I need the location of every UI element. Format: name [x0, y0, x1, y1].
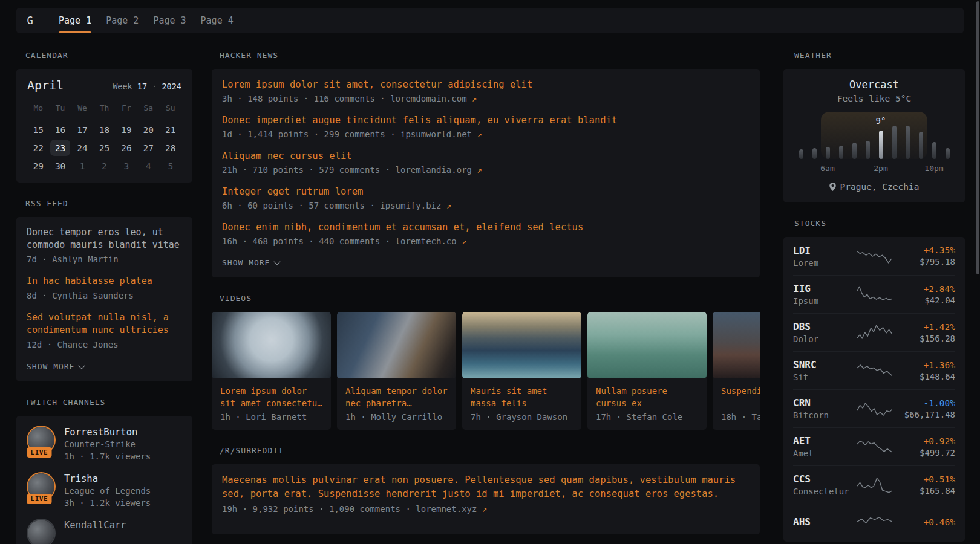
hackernews-item-meta-text: 16h · 468 points · 440 comments · loremt…	[222, 236, 457, 246]
hackernews-widget: Lorem ipsum dolor sit amet, consectetur …	[212, 69, 760, 277]
weather-section-title: WEATHER	[794, 51, 965, 60]
external-link-icon[interactable]: ↗	[482, 504, 487, 514]
weather-bar	[946, 148, 950, 159]
external-link-icon[interactable]: ↗	[462, 236, 466, 246]
video-title[interactable]: Aliquam tempor dolor nec pharetra…	[345, 385, 448, 409]
stock-price: $156.28	[897, 334, 955, 343]
stock-values: +1.36% $148.64	[897, 360, 955, 381]
rss-item-title[interactable]: In hac habitasse platea	[27, 275, 182, 288]
stock-row[interactable]: CCS Consectetur +0.51% $165.84	[793, 465, 955, 504]
stock-row[interactable]: LDI Lorem +4.35% $795.18	[793, 237, 955, 275]
subreddit-post-meta: 19h · 9,932 points · 1,090 comments · lo…	[222, 503, 750, 515]
video-card[interactable]: Suspendisse diam 18h · Tara	[713, 312, 760, 430]
calendar-widget: April Week 17 · 2024 MoTuWeThFrSaSu 1516…	[16, 69, 192, 183]
weather-bar	[812, 148, 817, 159]
rss-show-more-button[interactable]: SHOW MORE	[27, 362, 84, 371]
stock-row[interactable]: CRN Bitcorn -1.00% $66,171.48	[793, 389, 955, 427]
stock-row[interactable]: IIG Ipsum +2.84% $42.04	[793, 275, 955, 313]
avatar-wrap: LIVE	[27, 472, 56, 501]
stock-row[interactable]: SNRC Sit +1.36% $148.64	[793, 351, 955, 389]
hackernews-item-meta-text: 1d · 1,414 points · 299 comments · ipsum…	[222, 129, 472, 139]
video-card[interactable]: Aliquam tempor dolor nec pharetra… 1h · …	[337, 312, 456, 430]
calendar-year: 2024	[162, 82, 181, 91]
external-link-icon[interactable]: ↗	[477, 165, 482, 175]
video-thumbnail[interactable]	[462, 312, 581, 378]
videos-widget: Lorem ipsum dolor sit amet consectetu… 1…	[212, 312, 760, 430]
stock-sparkline	[857, 284, 892, 305]
nav-tab[interactable]: Page 4	[201, 8, 234, 33]
video-meta: 1h · Molly Carrillo	[345, 412, 448, 422]
external-link-icon[interactable]: ↗	[477, 129, 482, 139]
hackernews-item-title[interactable]: Donec imperdiet augue tincidunt felis al…	[222, 114, 750, 127]
weather-bar-slot	[821, 147, 834, 159]
twitch-channel[interactable]: LIVE ForrestBurton Counter-Strike 1h · 1…	[27, 426, 182, 462]
nav-tab[interactable]: Page 2	[106, 8, 139, 33]
twitch-channel[interactable]: LIVE KendallCarr	[27, 519, 182, 544]
video-thumbnail[interactable]	[713, 312, 760, 378]
stock-id: AHS	[793, 516, 852, 529]
video-card[interactable]: Lorem ipsum dolor sit amet consectetu… 1…	[212, 312, 331, 430]
twitch-channel[interactable]: LIVE Trisha League of Legends 3h · 1.2k …	[27, 472, 182, 509]
video-thumbnail[interactable]	[587, 312, 707, 378]
external-link-icon[interactable]: ↗	[472, 94, 477, 103]
video-title[interactable]: Suspendisse diam	[721, 385, 760, 409]
video-card-body: Aliquam tempor dolor nec pharetra… 1h · …	[337, 378, 456, 430]
stock-name: Dolor	[793, 334, 852, 344]
subreddit-section-title: /R/SUBREDDIT	[220, 446, 760, 455]
stock-name: Bitcorn	[793, 410, 852, 420]
stock-sparkline	[857, 322, 892, 343]
hackernews-item-title[interactable]: Donec enim nibh, condimentum et accumsan…	[222, 221, 750, 234]
nav-tab[interactable]: Page 1	[59, 8, 91, 33]
stock-id: AET Amet	[793, 435, 852, 458]
rss-item-title[interactable]: Sed volutpat nulla nisl, a condimentum n…	[27, 311, 182, 337]
video-card[interactable]: Nullam posuere cursus ex 17h · Stefan Co…	[587, 312, 707, 430]
avatar	[28, 520, 54, 544]
calendar-day: 26	[116, 140, 136, 156]
video-card-body: Lorem ipsum dolor sit amet consectetu… 1…	[212, 378, 331, 430]
right-column: WEATHER Overcast Feels like 5°C 9° 6am2p…	[783, 42, 965, 544]
hackernews-item-title[interactable]: Aliquam nec cursus elit	[222, 149, 750, 163]
stock-id: DBS Dolor	[793, 321, 852, 344]
video-title[interactable]: Lorem ipsum dolor sit amet consectetu…	[220, 385, 322, 409]
rss-widget: Donec tempor eros leo, ut commodo mauris…	[16, 217, 192, 381]
weather-bar	[932, 142, 936, 159]
hackernews-item-title[interactable]: Integer eget rutrum lorem	[222, 185, 750, 198]
video-thumbnail[interactable]	[337, 312, 456, 378]
app-logo[interactable]: G	[16, 8, 44, 33]
calendar-week-info: Week 17 · 2024	[113, 82, 181, 91]
calendar-day: 18	[94, 121, 114, 138]
weather-bars	[794, 113, 954, 159]
channel-name: ForrestBurton	[64, 426, 151, 438]
hackernews-item-title[interactable]: Lorem ipsum dolor sit amet, consectetur …	[222, 78, 750, 91]
stock-values: -1.00% $66,171.48	[897, 398, 955, 419]
subreddit-post-title[interactable]: Maecenas mollis pulvinar erat non posuer…	[222, 473, 750, 501]
middle-column: HACKER NEWS Lorem ipsum dolor sit amet, …	[212, 42, 760, 544]
scrollbar[interactable]	[976, 1, 979, 274]
calendar-day: 4	[139, 158, 158, 174]
stock-name: Amet	[793, 448, 852, 458]
stock-row[interactable]: DBS Dolor +1.42% $156.28	[793, 313, 955, 351]
rss-item-title[interactable]: Donec tempor eros leo, ut commodo mauris…	[27, 226, 182, 251]
avatar-wrap: LIVE	[27, 426, 56, 455]
weather-widget: Overcast Feels like 5°C 9° 6am2pm10pm	[783, 69, 965, 202]
calendar-separator: ·	[152, 82, 157, 91]
calendar-day: 30	[50, 158, 70, 174]
hackernews-show-more-button[interactable]: SHOW MORE	[222, 258, 279, 267]
stock-name: Consectetur	[793, 487, 852, 496]
stock-row[interactable]: AHS +0.46%	[793, 504, 955, 542]
external-link-icon[interactable]: ↗	[446, 201, 451, 210]
video-title[interactable]: Nullam posuere cursus ex	[596, 385, 698, 409]
video-title[interactable]: Mauris sit amet massa felis	[471, 385, 573, 409]
hackernews-item: Donec enim nibh, condimentum et accumsan…	[222, 221, 750, 247]
calendar-day: 20	[139, 121, 158, 138]
stock-symbol: SNRC	[793, 359, 852, 371]
hackernews-item: Lorem ipsum dolor sit amet, consectetur …	[222, 78, 750, 105]
nav-tab[interactable]: Page 3	[153, 8, 186, 33]
calendar-day-headers: MoTuWeThFrSaSu	[27, 103, 181, 112]
weather-bar	[852, 143, 857, 159]
stock-row[interactable]: AET Amet +0.92% $499.72	[793, 427, 955, 465]
subreddit-post: Maecenas mollis pulvinar erat non posuer…	[222, 473, 750, 515]
video-thumbnail[interactable]	[212, 312, 331, 378]
video-card[interactable]: Mauris sit amet massa felis 7h · Grayson…	[462, 312, 581, 430]
stock-sparkline	[857, 436, 892, 457]
